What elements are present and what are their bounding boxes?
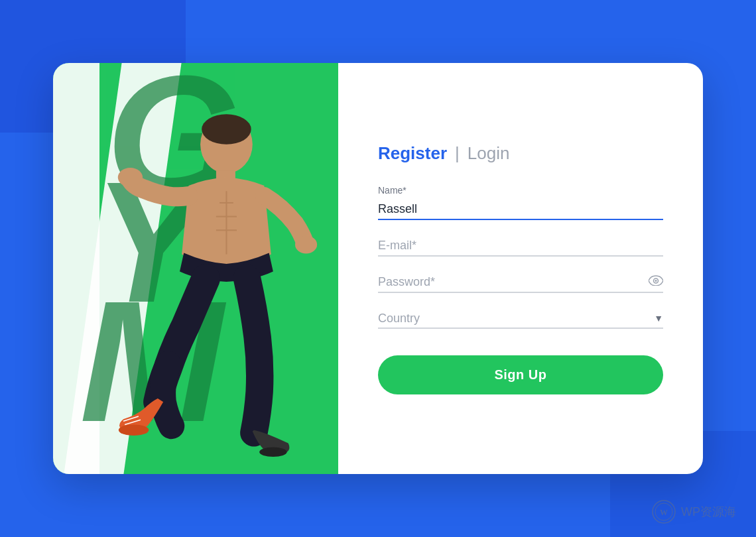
athlete-image	[53, 90, 338, 474]
left-panel: G Y M	[53, 63, 338, 474]
name-input[interactable]	[378, 200, 663, 220]
svg-point-3	[118, 168, 143, 187]
auth-tabs: Register | Login	[378, 143, 663, 164]
email-field-group	[378, 236, 663, 257]
svg-point-10	[259, 448, 286, 457]
main-card: G Y M	[53, 63, 703, 474]
svg-point-4	[295, 236, 317, 254]
country-select[interactable]: Country United States United Kingdom Can…	[378, 309, 663, 329]
country-select-wrapper: Country United States United Kingdom Can…	[378, 309, 663, 329]
name-label: Name*	[378, 185, 663, 196]
registration-form: Name*	[378, 185, 663, 394]
tab-register[interactable]: Register	[378, 143, 447, 164]
name-field-group: Name*	[378, 185, 663, 220]
password-field-group	[378, 272, 663, 293]
signup-button[interactable]: Sign Up	[378, 355, 663, 394]
email-input[interactable]	[378, 236, 663, 257]
watermark: W WP资源海	[652, 500, 736, 524]
svg-point-14	[655, 280, 657, 282]
country-field-group: Country United States United Kingdom Can…	[378, 309, 663, 329]
wp-logo-icon: W	[652, 500, 676, 524]
tab-divider: |	[455, 143, 460, 164]
right-panel: Register | Login Name*	[338, 63, 703, 474]
svg-point-1	[202, 114, 251, 145]
watermark-text: WP资源海	[681, 504, 736, 520]
toggle-password-icon[interactable]	[649, 275, 663, 289]
svg-point-9	[119, 424, 149, 436]
password-input[interactable]	[378, 272, 663, 293]
tab-login[interactable]: Login	[468, 143, 510, 164]
svg-text:W: W	[660, 508, 668, 517]
